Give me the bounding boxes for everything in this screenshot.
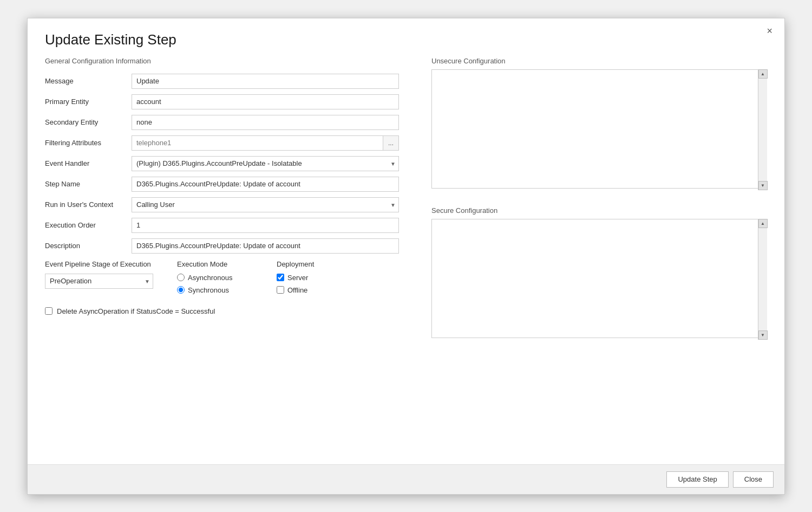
secure-scroll-down-button[interactable]: ▼ [758, 330, 768, 340]
message-input[interactable] [132, 74, 399, 89]
run-in-user-context-label: Run in User's Context [45, 200, 132, 209]
dialog-footer: Update Step Close [28, 464, 784, 494]
primary-entity-input[interactable] [132, 94, 399, 109]
run-in-user-context-select[interactable]: Calling User [132, 197, 399, 212]
secure-config-scrollbar: ▲ ▼ [758, 219, 767, 340]
unsecure-config-scrollbar: ▲ ▼ [758, 69, 767, 190]
run-in-user-context-row: Run in User's Context Calling User ▼ [45, 197, 399, 212]
pipeline-stage-select-wrapper: PreOperationPreValidationPostOperation ▼ [45, 274, 153, 289]
server-label: Server [287, 274, 308, 282]
execution-order-row: Execution Order [45, 218, 399, 233]
execution-mode-section: Execution Mode Asynchronous Synchronous [177, 260, 264, 294]
filtering-attributes-input[interactable] [132, 135, 383, 151]
pipeline-stage-title: Event Pipeline Stage of Execution [45, 260, 164, 268]
dialog-title: Update Existing Step [45, 31, 176, 48]
unsecure-scroll-down-button[interactable]: ▼ [758, 181, 768, 190]
secure-config-textarea[interactable] [431, 219, 767, 338]
asynchronous-label: Asynchronous [188, 274, 232, 282]
delete-async-label: Delete AsyncOperation if StatusCode = Su… [57, 307, 215, 315]
unsecure-config-title: Unsecure Configuration [431, 57, 767, 65]
unsecure-config-textarea[interactable] [431, 69, 767, 189]
secure-scroll-up-button[interactable]: ▲ [758, 219, 768, 228]
step-name-row: Step Name [45, 177, 399, 192]
update-step-button[interactable]: Update Step [666, 471, 728, 488]
message-row: Message [45, 74, 399, 89]
left-panel: General Configuration Information Messag… [45, 57, 421, 351]
execution-mode-title: Execution Mode [177, 260, 264, 268]
message-label: Message [45, 77, 132, 85]
right-panel: Unsecure Configuration ▲ ▼ Secure Config… [421, 57, 767, 351]
primary-entity-label: Primary Entity [45, 98, 132, 106]
close-button[interactable]: Close [733, 471, 774, 488]
secondary-entity-row: Secondary Entity [45, 115, 399, 130]
description-row: Description [45, 238, 399, 254]
execution-order-input[interactable] [132, 218, 399, 233]
deployment-title: Deployment [277, 260, 342, 268]
dialog-close-button[interactable]: × [764, 26, 775, 36]
asynchronous-radio-item[interactable]: Asynchronous [177, 274, 264, 282]
unsecure-config-wrapper: ▲ ▼ [431, 69, 767, 190]
step-name-label: Step Name [45, 180, 132, 188]
dialog-body: General Configuration Information Messag… [28, 57, 784, 351]
delete-async-checkbox[interactable] [45, 307, 53, 315]
secure-config-section: Secure Configuration ▲ ▼ [431, 206, 767, 340]
event-handler-row: Event Handler (Plugin) D365.Plugins.Acco… [45, 156, 399, 171]
secure-config-wrapper: ▲ ▼ [431, 219, 767, 340]
deployment-section: Deployment Server Offline [277, 260, 342, 294]
secondary-entity-label: Secondary Entity [45, 118, 132, 126]
unsecure-scroll-up-button[interactable]: ▲ [758, 69, 768, 79]
synchronous-radio[interactable] [177, 286, 185, 294]
update-existing-step-dialog: × Update Existing Step General Configura… [27, 18, 785, 495]
pipeline-stage-section: Event Pipeline Stage of Execution PreOpe… [45, 260, 164, 294]
execution-mode-radio-group: Asynchronous Synchronous [177, 274, 264, 294]
unsecure-config-section: Unsecure Configuration ▲ ▼ [431, 57, 767, 190]
filtering-attributes-label: Filtering Attributes [45, 139, 132, 147]
filtering-attributes-wrapper: ... [132, 135, 399, 151]
deployment-checkbox-group: Server Offline [277, 274, 342, 294]
server-checkbox-item[interactable]: Server [277, 274, 342, 282]
step-name-input[interactable] [132, 177, 399, 192]
secure-config-title: Secure Configuration [431, 206, 767, 215]
offline-checkbox-item[interactable]: Offline [277, 286, 342, 294]
offline-checkbox[interactable] [277, 286, 284, 294]
event-handler-label: Event Handler [45, 159, 132, 167]
filtering-attributes-row: Filtering Attributes ... [45, 135, 399, 151]
run-in-user-context-select-wrapper: Calling User ▼ [132, 197, 399, 212]
pipeline-stage-select[interactable]: PreOperationPreValidationPostOperation [45, 274, 153, 289]
general-config-title: General Configuration Information [45, 57, 399, 65]
execution-order-label: Execution Order [45, 221, 132, 229]
event-handler-select[interactable]: (Plugin) D365.Plugins.AccountPreUpdate -… [132, 156, 399, 171]
event-handler-select-wrapper: (Plugin) D365.Plugins.AccountPreUpdate -… [132, 156, 399, 171]
primary-entity-row: Primary Entity [45, 94, 399, 109]
secondary-entity-input[interactable] [132, 115, 399, 130]
synchronous-radio-item[interactable]: Synchronous [177, 286, 264, 294]
delete-async-row: Delete AsyncOperation if StatusCode = Su… [45, 307, 399, 315]
lower-section: Event Pipeline Stage of Execution PreOpe… [45, 260, 399, 294]
description-label: Description [45, 242, 132, 250]
server-checkbox[interactable] [277, 274, 284, 281]
filtering-attributes-button[interactable]: ... [383, 135, 399, 151]
synchronous-label: Synchronous [188, 286, 229, 294]
offline-label: Offline [287, 286, 307, 294]
dialog-header: Update Existing Step [28, 18, 784, 57]
description-input[interactable] [132, 238, 399, 254]
asynchronous-radio[interactable] [177, 274, 185, 281]
